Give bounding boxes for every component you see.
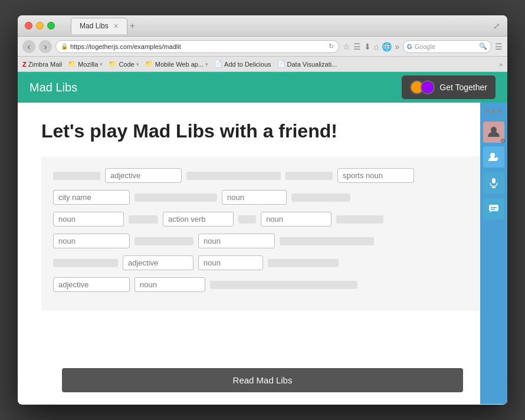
tab-close-icon[interactable]: ✕: [113, 22, 119, 30]
sports-noun-input[interactable]: [337, 168, 414, 183]
svg-rect-9: [491, 209, 495, 210]
noun-input-5[interactable]: [198, 234, 275, 248]
search-icon[interactable]: 🔍: [479, 42, 487, 50]
blurred-text: [53, 172, 100, 180]
add-user-button[interactable]: [483, 146, 504, 168]
search-placeholder: Google: [415, 43, 435, 50]
code-folder-icon: 📁: [109, 60, 117, 68]
noun-input-4[interactable]: [53, 234, 130, 248]
adjective-input-3[interactable]: [53, 277, 130, 292]
home-icon[interactable]: ⌂: [374, 42, 379, 51]
add-user-icon: [488, 151, 500, 163]
avatar-pair: [410, 80, 435, 94]
traffic-lights: [25, 22, 55, 29]
blurred-text: [210, 281, 357, 289]
form-row-1: [53, 168, 472, 183]
form-row-5: [53, 255, 472, 270]
bookmark-delicious[interactable]: 📄 Add to Delicious: [214, 60, 271, 68]
page-heading: Let's play Mad Libs with a friend!: [41, 120, 484, 142]
user-avatar[interactable]: ⚙: [483, 122, 504, 143]
adjective-input-2[interactable]: [123, 255, 193, 270]
city-name-input[interactable]: [53, 190, 130, 205]
noun-input-6[interactable]: [198, 255, 263, 270]
blurred-text: [336, 215, 383, 224]
svg-rect-4: [492, 178, 496, 183]
action-verb-input[interactable]: [163, 212, 234, 227]
maximize-button[interactable]: [47, 22, 55, 29]
blurred-text: [186, 172, 281, 180]
globe-icon[interactable]: 🌐: [382, 42, 392, 51]
bookmark-code[interactable]: 📁 Code ▾: [109, 60, 139, 68]
delicious-icon: 📄: [214, 60, 222, 68]
back-button[interactable]: ‹: [22, 40, 35, 53]
read-madlibs-button[interactable]: Read Mad Libs: [62, 368, 463, 392]
microphone-icon: [488, 178, 499, 188]
bookmark-mobile[interactable]: 📁 Mobile Web ap... ▾: [145, 60, 208, 68]
bookmark-zimbra[interactable]: Z Zimbra Mail: [22, 61, 62, 68]
more-icon[interactable]: »: [395, 42, 399, 51]
side-panel: ⚙: [480, 103, 507, 404]
main-content: Let's play Mad Libs with a friend!: [18, 103, 507, 362]
avatar-purple: [421, 80, 435, 94]
bookmarks-more-icon[interactable]: »: [499, 61, 503, 68]
datavis-icon: 📄: [277, 60, 286, 68]
mobile-folder-icon: 📁: [145, 60, 153, 68]
svg-rect-8: [491, 207, 497, 208]
chevron-down-icon: ▾: [136, 61, 139, 67]
app-header: Mad Libs Get Together: [18, 72, 507, 103]
list-icon[interactable]: ☰: [353, 42, 361, 51]
close-button[interactable]: [25, 22, 32, 29]
chevron-down-icon: ▾: [100, 61, 103, 67]
active-tab[interactable]: Mad Libs ✕: [71, 18, 127, 34]
svg-point-1: [490, 153, 495, 158]
blurred-text: [268, 259, 339, 267]
bookmark-mozilla[interactable]: 📁 Mozilla ▾: [68, 60, 103, 68]
bottom-button-area: Read Mad Libs: [18, 362, 507, 404]
tab-title: Mad Libs: [80, 22, 109, 30]
blurred-text: [129, 215, 158, 224]
noun-input-2[interactable]: [53, 212, 124, 227]
app-title: Mad Libs: [29, 81, 77, 94]
blurred-text: [291, 193, 350, 202]
search-bar[interactable]: G Google 🔍: [403, 40, 491, 53]
titlebar: Mad Libs ✕ + ⤢: [18, 15, 507, 37]
gear-icon[interactable]: ⚙: [500, 137, 506, 144]
chat-button[interactable]: [483, 198, 504, 219]
adjective-input-1[interactable]: [105, 168, 182, 183]
blurred-text: [53, 259, 118, 267]
microphone-button[interactable]: [483, 172, 504, 193]
main-content-wrapper: Let's play Mad Libs with a friend!: [18, 103, 507, 404]
madlibs-form: [41, 156, 484, 311]
bookmarks-bar: Z Zimbra Mail 📁 Mozilla ▾ 📁 Code ▾ 📁 Mob…: [18, 57, 507, 72]
noun-input-3[interactable]: [261, 212, 332, 227]
noun-input-1[interactable]: [222, 190, 287, 205]
blurred-text: [238, 215, 256, 224]
minimize-button[interactable]: [36, 22, 44, 29]
zimbra-icon: Z: [22, 61, 27, 68]
get-together-button[interactable]: Get Together: [402, 76, 496, 99]
blurred-text: [280, 237, 374, 245]
url-bar[interactable]: 🔒 https://togetherjs.com/examples/madlit…: [55, 40, 339, 53]
blurred-text: [134, 193, 217, 202]
menu-icon[interactable]: ☰: [495, 42, 503, 51]
bookmark-datavis[interactable]: 📄 Data Visualizati...: [277, 60, 337, 68]
dot-3: [498, 110, 501, 113]
browser-toolbar: ☆ ☰ ⬇ ⌂ 🌐 »: [343, 42, 399, 51]
download-icon[interactable]: ⬇: [364, 42, 371, 51]
blurred-text: [134, 237, 193, 245]
resize-icon: ⤢: [493, 21, 500, 31]
form-row-3: [53, 212, 472, 227]
noun-input-7[interactable]: [134, 277, 205, 292]
blurred-text: [286, 172, 333, 180]
new-tab-button[interactable]: +: [130, 21, 135, 31]
bookmark-star-icon[interactable]: ☆: [343, 42, 350, 51]
google-g-icon: G: [407, 43, 412, 50]
forward-button[interactable]: ›: [39, 40, 52, 53]
browser-window: Mad Libs ✕ + ⤢ ‹ › 🔒 https://togetherjs.…: [18, 15, 507, 405]
user-silhouette-icon: [487, 125, 501, 139]
url-text: https://togetherjs.com/examples/madlit: [70, 43, 181, 50]
side-panel-dots: [486, 107, 501, 116]
refresh-icon[interactable]: ↻: [329, 42, 334, 50]
form-row-2: [53, 190, 472, 205]
chevron-down-icon: ▾: [205, 61, 208, 67]
